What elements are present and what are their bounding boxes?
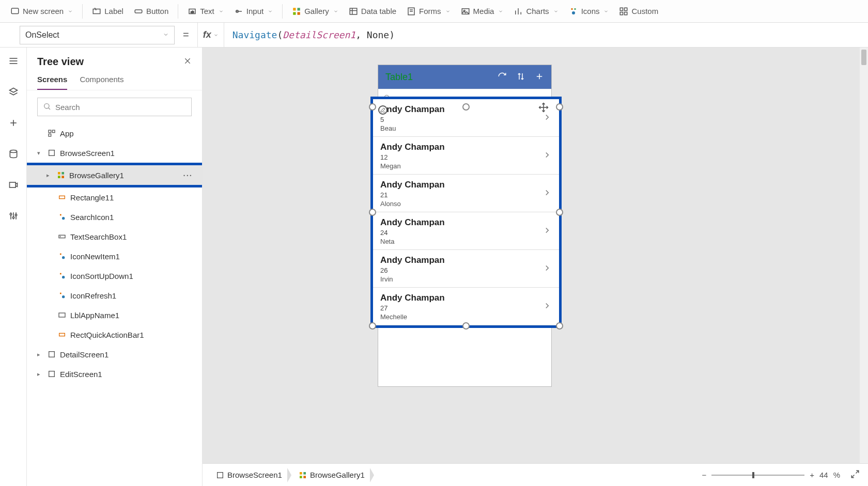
label-button[interactable]: Label — [88, 5, 128, 18]
resize-handle[interactable] — [369, 322, 376, 330]
scrollbar-thumb[interactable] — [861, 50, 866, 65]
zoom-thumb[interactable] — [752, 472, 754, 478]
zoom-slider[interactable] — [711, 475, 804, 476]
forms-button[interactable]: Forms — [402, 5, 455, 18]
chevron-right-icon[interactable] — [542, 301, 552, 313]
tab-screens[interactable]: Screens — [37, 75, 67, 90]
svg-point-38 — [12, 217, 14, 218]
chevron-down-icon[interactable]: ▾ — [37, 150, 43, 156]
list-item[interactable]: Andy Champan 27 Mechelle — [373, 288, 559, 325]
tree-item-rect-quick-action[interactable]: RectQuickActionBar1 — [27, 325, 202, 344]
tree-item-rectangle[interactable]: Rectangle11 — [27, 187, 202, 207]
tree-item-icon-new[interactable]: IconNewItem1 — [27, 246, 202, 266]
tab-components[interactable]: Components — [80, 75, 123, 90]
hamburger-button[interactable] — [5, 53, 22, 69]
custom-button[interactable]: Custom — [615, 5, 662, 18]
chevron-right-icon[interactable] — [542, 150, 552, 162]
formula-input[interactable]: Navigate(DetailScreen1, None) — [228, 29, 395, 40]
chevron-right-icon[interactable] — [542, 263, 552, 275]
media-tab[interactable] — [5, 177, 22, 193]
text-button[interactable]: ab Text — [183, 5, 228, 18]
chevron-down-icon — [445, 7, 451, 15]
chevron-right-icon[interactable] — [542, 188, 552, 200]
tree-item-search-icon[interactable]: SearchIcon1 — [27, 207, 202, 227]
fx-button[interactable]: fx — [197, 23, 224, 47]
list-item[interactable]: Andy Champan 12 Megan — [373, 137, 559, 175]
advanced-tab[interactable] — [5, 208, 22, 224]
svg-rect-71 — [303, 472, 306, 475]
item-subtitle: Irvin — [380, 275, 445, 283]
svg-rect-45 — [52, 130, 55, 133]
insert-tab[interactable] — [5, 115, 22, 131]
svg-point-57 — [62, 276, 65, 278]
tree-item-browse-gallery[interactable]: ▸ BrowseGallery1 ··· — [27, 165, 202, 185]
tree-view-tab[interactable] — [5, 84, 22, 100]
app-title: Table1 — [385, 72, 413, 83]
resize-handle[interactable] — [369, 209, 376, 216]
refresh-icon[interactable] — [498, 72, 507, 83]
input-button[interactable]: Input — [230, 5, 277, 18]
search-input[interactable] — [55, 103, 186, 112]
resize-handle[interactable] — [462, 322, 470, 330]
resize-handle[interactable] — [369, 103, 376, 111]
svg-rect-61 — [49, 352, 55, 357]
svg-point-58 — [62, 295, 65, 298]
gallery-selection[interactable]: Andy Champan 5 Beau Andy Champan 12 Mega… — [370, 97, 562, 328]
new-screen-button[interactable]: New screen — [6, 5, 77, 18]
list-item[interactable]: Andy Champan 21 Alonso — [373, 175, 559, 212]
tree-item-detail-screen[interactable]: ▸ DetailScreen1 — [27, 344, 202, 364]
resize-handle[interactable] — [556, 209, 563, 216]
svg-rect-70 — [300, 472, 302, 475]
tree-item-icon-sort[interactable]: IconSortUpDown1 — [27, 266, 202, 286]
chevron-right-icon[interactable]: ▸ — [47, 172, 53, 179]
tree-item-edit-screen[interactable]: ▸ EditScreen1 — [27, 364, 202, 384]
charts-button[interactable]: Charts — [509, 5, 562, 18]
zoom-in-button[interactable]: + — [810, 471, 814, 479]
resize-handle[interactable] — [462, 103, 470, 111]
canvas[interactable]: Table1 Andy Champan 5 — [203, 48, 868, 486]
vertical-scrollbar[interactable] — [860, 48, 868, 463]
media-button[interactable]: Media — [457, 5, 508, 18]
app-header: Table1 — [378, 65, 551, 89]
list-item[interactable]: Andy Champan 24 Neta — [373, 212, 559, 250]
text-icon: ab — [188, 7, 197, 16]
tree-item-text-search-box[interactable]: TextSearchBox1 — [27, 227, 202, 246]
zoom-out-button[interactable]: − — [702, 471, 706, 479]
browse-gallery[interactable]: Andy Champan 5 Beau Andy Champan 12 Mega… — [373, 99, 559, 325]
main-area: Tree view Screens Components App ▾ — [0, 48, 868, 486]
svg-rect-47 — [49, 150, 55, 156]
property-dropdown[interactable]: OnSelect — [20, 26, 175, 44]
data-tab[interactable] — [5, 146, 22, 162]
sort-icon[interactable] — [516, 72, 525, 83]
button-icon — [134, 7, 143, 16]
edit-template-icon[interactable] — [378, 105, 388, 115]
more-icon[interactable]: ··· — [183, 171, 193, 180]
breadcrumb-screen[interactable]: BrowseScreen1 — [211, 468, 287, 481]
move-icon[interactable] — [538, 102, 549, 115]
close-icon[interactable] — [183, 57, 192, 67]
breadcrumb-control[interactable]: BrowseGallery1 — [293, 468, 370, 481]
fullscreen-icon[interactable] — [850, 469, 860, 480]
add-icon[interactable] — [535, 72, 544, 83]
gallery-icon — [299, 471, 307, 479]
button-button[interactable]: Button — [130, 5, 173, 18]
resize-handle[interactable] — [556, 103, 563, 111]
tree-item-lbl-app-name[interactable]: LblAppName1 — [27, 305, 202, 325]
data-table-button[interactable]: Data table — [345, 5, 400, 18]
tree-item-icon-refresh[interactable]: IconRefresh1 — [27, 286, 202, 305]
chevron-right-icon[interactable]: ▸ — [37, 371, 43, 378]
divider — [82, 4, 83, 19]
svg-rect-10 — [298, 12, 300, 14]
chevron-right-icon[interactable]: ▸ — [37, 351, 43, 358]
tree-item-app[interactable]: App — [27, 123, 202, 143]
search-icon — [43, 102, 51, 112]
chevron-right-icon[interactable] — [542, 226, 552, 238]
icons-button[interactable]: Icons — [565, 5, 613, 18]
list-item[interactable]: Andy Champan 26 Irvin — [373, 250, 559, 288]
tree-item-browse-screen[interactable]: ▾ BrowseScreen1 — [27, 143, 202, 163]
gallery-button[interactable]: Gallery — [288, 5, 343, 18]
resize-handle[interactable] — [556, 322, 563, 330]
icons-icon — [58, 252, 66, 260]
tree-search[interactable] — [37, 98, 192, 116]
chevron-down-icon — [213, 29, 219, 40]
